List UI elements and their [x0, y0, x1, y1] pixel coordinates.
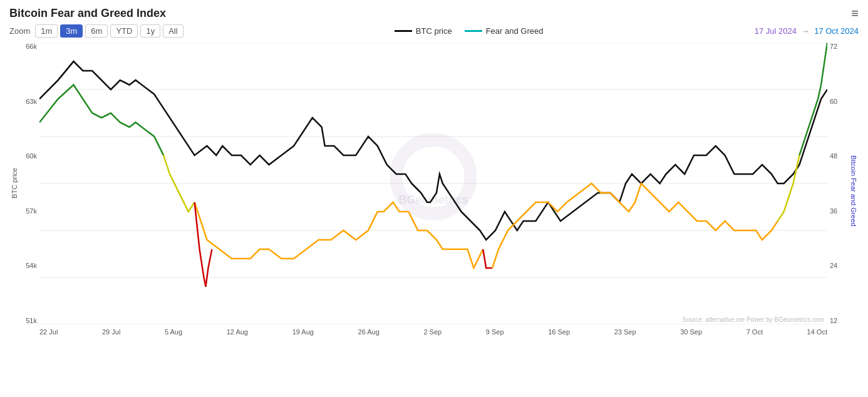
- y-tick-54k: 54k: [26, 262, 37, 269]
- zoom-group: Zoom 1m 3m 6m YTD 1y All: [9, 24, 183, 38]
- x-tick-26aug: 26 Aug: [358, 328, 380, 336]
- y-tick-66k: 66k: [26, 43, 37, 50]
- chart-svg: BGeometrics: [39, 43, 827, 324]
- legend-btc: BTC price: [395, 26, 452, 36]
- x-tick-30sep: 30 Sep: [680, 328, 702, 336]
- fear-greed-axis-label: Bitcoin Fear and Greed: [850, 155, 857, 227]
- x-tick-7oct: 7 Oct: [747, 328, 763, 336]
- x-tick-9sep: 9 Sep: [486, 328, 504, 336]
- date-start: 17 Jul 2024: [755, 26, 797, 36]
- legend-fg-label: Fear and Greed: [486, 26, 544, 36]
- chart-title: Bitcoin Fear and Greed Index: [9, 7, 166, 20]
- legend-fg: Fear and Greed: [465, 26, 544, 36]
- header-row: Bitcoin Fear and Greed Index ≡: [9, 6, 859, 21]
- svg-text:BGeometrics: BGeometrics: [399, 192, 468, 206]
- x-tick-19aug: 19 Aug: [292, 328, 314, 336]
- chart-inner: BGeometrics: [39, 43, 827, 324]
- date-arrow: →: [802, 26, 810, 36]
- date-range: 17 Jul 2024 → 17 Oct 2024: [755, 26, 859, 36]
- y-tick-72: 72: [830, 43, 837, 50]
- zoom-1y[interactable]: 1y: [140, 24, 160, 38]
- x-tick-5aug: 5 Aug: [165, 328, 182, 336]
- legend-btc-label: BTC price: [416, 26, 452, 36]
- y-tick-60: 60: [830, 98, 837, 105]
- zoom-1m[interactable]: 1m: [35, 24, 58, 38]
- zoom-label: Zoom: [9, 26, 30, 36]
- y-tick-48: 48: [830, 152, 837, 160]
- zoom-all[interactable]: All: [163, 24, 183, 38]
- y-tick-24: 24: [830, 262, 837, 269]
- y-tick-51k: 51k: [26, 317, 37, 324]
- menu-icon[interactable]: ≡: [851, 6, 859, 21]
- y-tick-63k: 63k: [26, 98, 37, 105]
- date-end: 17 Oct 2024: [814, 26, 859, 36]
- zoom-ytd[interactable]: YTD: [110, 24, 138, 38]
- x-tick-12aug: 12 Aug: [227, 328, 248, 336]
- y-tick-57k: 57k: [26, 207, 37, 215]
- x-tick-16sep: 16 Sep: [548, 328, 570, 336]
- controls-row: Zoom 1m 3m 6m YTD 1y All BTC price Fear …: [9, 24, 859, 38]
- x-tick-2sep: 2 Sep: [423, 328, 442, 336]
- x-axis: 22 Jul 29 Jul 5 Aug 12 Aug 19 Aug 26 Aug…: [39, 324, 827, 349]
- x-tick-22jul: 22 Jul: [39, 328, 58, 336]
- y-tick-12: 12: [830, 317, 837, 324]
- source-text: Source: alternative.me Power by BGeometr…: [682, 316, 824, 323]
- legend-fg-line: [465, 30, 482, 32]
- legend: BTC price Fear and Greed: [395, 26, 544, 36]
- y-tick-60k: 60k: [26, 152, 37, 160]
- zoom-6m[interactable]: 6m: [85, 24, 108, 38]
- x-tick-23sep: 23 Sep: [614, 328, 636, 336]
- chart-container: Bitcoin Fear and Greed Index ≡ Zoom 1m 3…: [0, 0, 868, 397]
- zoom-3m[interactable]: 3m: [60, 24, 83, 38]
- chart-area: 66k 63k 60k 57k 54k 51k BTC price BGeo: [9, 43, 859, 349]
- y-tick-36: 36: [830, 207, 837, 215]
- legend-btc-line: [395, 30, 412, 32]
- x-tick-29jul: 29 Jul: [102, 328, 120, 336]
- btc-price-axis-label: BTC price: [11, 168, 18, 198]
- x-tick-14oct: 14 Oct: [807, 328, 827, 336]
